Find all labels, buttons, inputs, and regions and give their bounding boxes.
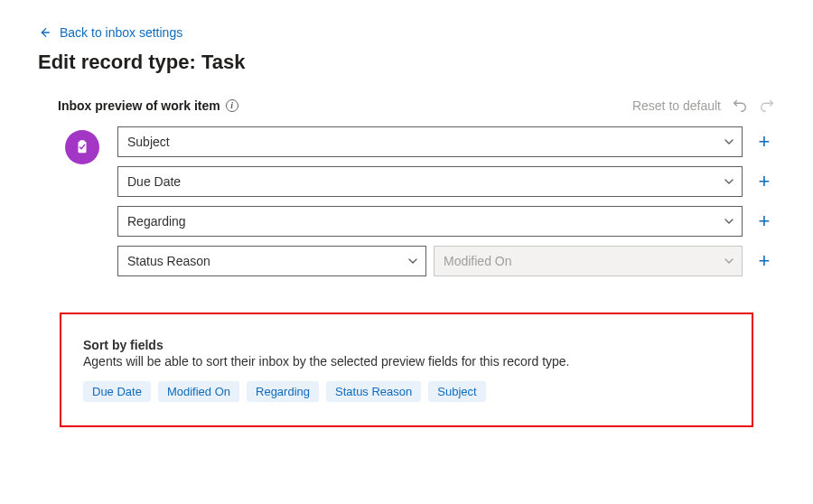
sort-by-fields-section: Sort by fields Agents will be able to so… — [60, 313, 753, 427]
svg-rect-1 — [79, 140, 84, 143]
chevron-down-icon — [724, 256, 734, 266]
sort-chip[interactable]: Status Reason — [326, 381, 421, 402]
add-field-button[interactable]: + — [753, 210, 775, 233]
preview-rows: Subject+Due Date+Regarding+Status Reason… — [117, 126, 775, 276]
field-row: Regarding+ — [117, 206, 775, 237]
field-dropdown-label: Regarding — [127, 214, 186, 229]
field-row: Due Date+ — [117, 166, 775, 197]
dropdown-group: Regarding — [117, 206, 743, 237]
sort-title: Sort by fields — [83, 338, 730, 352]
field-row: Status ReasonModified On+ — [117, 246, 775, 276]
dropdown-group: Status ReasonModified On — [117, 246, 743, 276]
field-dropdown[interactable]: Status Reason — [117, 246, 426, 276]
sort-chip[interactable]: Subject — [428, 381, 485, 402]
chevron-down-icon — [407, 256, 418, 266]
add-field-button[interactable]: + — [753, 249, 775, 273]
add-field-button[interactable]: + — [753, 130, 775, 154]
sort-chip[interactable]: Due Date — [83, 381, 151, 402]
sort-chips: Due DateModified OnRegardingStatus Reaso… — [83, 381, 730, 402]
arrow-left-icon — [38, 26, 51, 39]
field-dropdown-label: Modified On — [444, 254, 511, 268]
sort-chip[interactable]: Regarding — [247, 381, 319, 402]
sort-chip[interactable]: Modified On — [158, 381, 239, 402]
field-dropdown-label: Subject — [127, 135, 170, 149]
field-dropdown[interactable]: Regarding — [117, 206, 743, 237]
redo-icon[interactable] — [759, 98, 775, 114]
reset-to-default-button[interactable]: Reset to default — [632, 98, 721, 113]
field-dropdown: Modified On — [434, 246, 743, 276]
page-title: Edit record type: Task — [38, 51, 775, 74]
sort-description: Agents will be able to sort their inbox … — [83, 354, 730, 369]
undo-icon[interactable] — [732, 98, 748, 114]
chevron-down-icon — [724, 176, 734, 187]
field-dropdown[interactable]: Subject — [117, 126, 743, 157]
field-dropdown-label: Due Date — [127, 174, 181, 189]
dropdown-group: Subject — [117, 126, 743, 157]
field-dropdown-label: Status Reason — [127, 254, 210, 268]
section-label: Inbox preview of work item i — [58, 98, 238, 113]
field-row: Subject+ — [117, 126, 775, 157]
add-field-button[interactable]: + — [753, 170, 775, 193]
back-link-label: Back to inbox settings — [60, 25, 182, 40]
field-dropdown[interactable]: Due Date — [117, 166, 743, 197]
info-icon[interactable]: i — [226, 99, 238, 112]
chevron-down-icon — [724, 136, 734, 147]
back-link[interactable]: Back to inbox settings — [38, 25, 182, 40]
section-label-text: Inbox preview of work item — [58, 98, 220, 113]
dropdown-group: Due Date — [117, 166, 743, 197]
clipboard-icon — [65, 130, 99, 164]
chevron-down-icon — [724, 216, 734, 227]
